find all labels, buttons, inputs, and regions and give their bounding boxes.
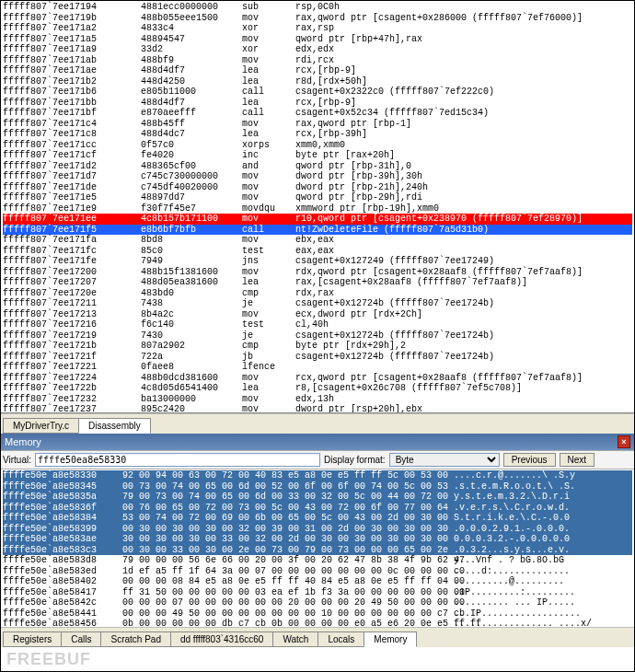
bottom-tab-dd-fffff803-4316cc60[interactable]: dd fffff803`4316cc60 <box>170 631 273 647</box>
mem-ascii: .0.0.0.2.9.1.-.0.0.0. <box>454 524 632 535</box>
disasm-row[interactable]: fffff807`7ee1722b4c8d05d6541400lear8,[cs… <box>3 383 632 394</box>
disasm-row[interactable]: fffff807`7ee172117438jecsagent+0x12724b … <box>3 298 632 309</box>
mnemonic: inc <box>242 150 295 161</box>
mem-address: ffffe50e`a8e583d8 <box>3 555 122 566</box>
close-icon[interactable]: × <box>618 435 630 448</box>
memory-row[interactable]: ffffe50e`a8e5838453 00 74 00 72 00 69 00… <box>3 513 632 524</box>
address: fffff807`7ee171b2 <box>3 76 141 87</box>
operands: csagent+0x2322c0 (fffff807`7ef222c0) <box>295 87 632 98</box>
memory-row[interactable]: ffffe50e`a8e5833092 00 94 00 63 00 72 00… <box>3 470 632 481</box>
memory-row[interactable]: ffffe50e`a8e5840200 00 00 08 84 e5 a8 0e… <box>3 576 632 587</box>
address: fffff807`7ee171a5 <box>3 34 141 45</box>
address: fffff807`7ee17200 <box>3 267 141 278</box>
disasm-row[interactable]: fffff807`7ee171a548894547movqword ptr [r… <box>3 34 632 45</box>
address: fffff807`7ee171cc <box>3 140 141 151</box>
disasm-row[interactable]: fffff807`7ee171f5e8b6bf7bfbcallnt!ZwDele… <box>3 225 632 236</box>
bytes: 488d4df7 <box>141 65 242 76</box>
disasm-row[interactable]: fffff807`7ee171fe7949jnscsagent+0x127249… <box>3 256 632 267</box>
disasm-row[interactable]: fffff807`7ee171e548897dd7movqword ptr [r… <box>3 192 632 203</box>
mem-address: ffffe50e`a8e58441 <box>3 608 122 620</box>
next-button[interactable]: Next <box>560 453 595 467</box>
disasm-row[interactable]: fffff807`7ee171cffe4020incbyte ptr [rax+… <box>3 150 632 161</box>
disasm-row[interactable]: fffff807`7ee171944881ecc0000000subrsp,0C… <box>3 2 632 13</box>
memory-row[interactable]: ffffe50e`a8e58417ff 31 50 00 00 00 00 00… <box>3 587 632 598</box>
disasm-row[interactable]: fffff807`7ee171d2488365cf00andqword ptr … <box>3 161 632 172</box>
memory-row[interactable]: ffffe50e`a8e5835a79 00 73 00 74 00 65 00… <box>3 492 632 503</box>
disasm-row[interactable]: fffff807`7ee171bb488d4df7learcx,[rbp-9] <box>3 98 632 109</box>
tab-mydrivertry-c[interactable]: MyDriverTry.c <box>3 418 79 434</box>
disasm-row[interactable]: fffff807`7ee17232ba13000000movedx,13h <box>3 394 632 405</box>
mnemonic: lea <box>242 277 295 288</box>
previous-button[interactable]: Previous <box>503 453 556 467</box>
memory-row[interactable]: ffffe50e`a8e583d879 00 00 00 56 6e 66 00… <box>3 555 632 566</box>
disasm-row[interactable]: fffff807`7ee172138b4a2cmovecx,dword ptr … <box>3 309 632 320</box>
mem-address: ffffe50e`a8e58417 <box>3 587 122 598</box>
disasm-row[interactable]: fffff807`7ee171dec745df40020000movdword … <box>3 182 632 193</box>
mem-hex: 79 00 00 00 56 6e 66 00 20 00 3f 00 20 6… <box>122 555 454 566</box>
disasm-row[interactable]: fffff807`7ee171c8488d4dc7learcx,[rbp-39h… <box>3 129 632 140</box>
bottom-tab-calls[interactable]: Calls <box>61 631 101 647</box>
disasm-row[interactable]: fffff807`7ee172210faee8lfence <box>3 362 632 373</box>
disasm-row[interactable]: fffff807`7ee171a24833c4xorrax,rsp <box>3 23 632 34</box>
disasm-row[interactable]: fffff807`7ee171ee4c8b157b171100movr10,qw… <box>3 214 632 225</box>
mem-ascii: .1P.........:......... <box>454 587 632 598</box>
disasm-row[interactable]: fffff807`7ee171cc0f57c0xorpsxmm0,xmm0 <box>3 140 632 151</box>
bytes: 488b45ff <box>141 119 242 130</box>
memory-row[interactable]: ffffe50e`a8e583c300 30 00 33 00 30 00 2e… <box>3 545 632 556</box>
disasm-row[interactable]: fffff807`7ee171b6e805b11000callcsagent+0… <box>3 87 632 98</box>
bottom-tab-scratch-pad[interactable]: Scratch Pad <box>100 631 170 647</box>
disasm-row[interactable]: fffff807`7ee17237895c2420movdword ptr [r… <box>3 404 632 413</box>
operands: csagent+0x12724b (fffff807`7ee1724b) <box>295 298 632 309</box>
disasm-row[interactable]: fffff807`7ee1720e483bd0cmprdx,rax <box>3 288 632 299</box>
disasm-row[interactable]: fffff807`7ee17224488b0dcd381600movrcx,qw… <box>3 373 632 384</box>
disasm-row[interactable]: fffff807`7ee17200488b15f1381600movrdx,qw… <box>3 267 632 278</box>
mem-hex: 00 30 00 33 00 30 00 2e 00 73 00 79 00 7… <box>122 545 454 556</box>
disasm-row[interactable]: fffff807`7ee1721f722ajbcsagent+0x12724b … <box>3 352 632 363</box>
memory-row[interactable]: ffffe50e`a8e5836f00 76 00 65 00 72 00 73… <box>3 503 632 514</box>
address: fffff807`7ee171ae <box>3 65 141 76</box>
disasm-row[interactable]: fffff807`7ee17216f6c140testcl,40h <box>3 319 632 330</box>
memory-row[interactable]: ffffe50e`a8e583ed1d ef a5 ff 1f 64 3a 00… <box>3 566 632 577</box>
operands: eax,eax <box>295 246 632 257</box>
tab-disassembly[interactable]: Disassembly <box>78 418 151 434</box>
operands: rcx,[rbp-9] <box>295 65 632 76</box>
virtual-address-input[interactable] <box>35 453 320 467</box>
disasm-row[interactable]: fffff807`7ee171fc85c0testeax,eax <box>3 246 632 257</box>
mem-hex: 00 00 00 49 50 00 00 00 00 00 00 00 10 0… <box>122 608 454 620</box>
address: fffff807`7ee17213 <box>3 309 141 320</box>
display-format-select[interactable]: Byte <box>389 453 500 467</box>
bytes: 483bd0 <box>141 288 242 299</box>
display-format-label: Display format: <box>324 455 386 465</box>
memory-row[interactable]: ffffe50e`a8e583ae30 00 30 00 30 00 33 00… <box>3 534 632 545</box>
disasm-row[interactable]: fffff807`7ee171d7c745c730000000movdword … <box>3 171 632 182</box>
mnemonic: call <box>242 108 295 119</box>
disasm-row[interactable]: fffff807`7ee1719b488b055eee1500movrax,qw… <box>3 13 632 24</box>
disasm-row[interactable]: fffff807`7ee171ab488bf9movrdi,rcx <box>3 55 632 66</box>
disasm-row[interactable]: fffff807`7ee171b2448d4250lear8d,[rdx+50h… <box>3 76 632 87</box>
disasm-row[interactable]: fffff807`7ee171bfe870aeefffcallcsagent+0… <box>3 108 632 119</box>
disassembly-listing[interactable]: fffff807`7ee171944881ecc0000000subrsp,0C… <box>1 1 634 413</box>
mnemonic: mov <box>242 373 295 384</box>
disasm-row[interactable]: fffff807`7ee171a933d2xoredx,edx <box>3 44 632 55</box>
memory-row[interactable]: ffffe50e`a8e5839900 30 00 30 00 30 00 32… <box>3 524 632 535</box>
bottom-tab-registers[interactable]: Registers <box>3 631 62 647</box>
operands: dword ptr [rbp-21h],240h <box>295 182 632 193</box>
memory-row[interactable]: ffffe50e`a8e5842c00 00 00 07 00 00 00 00… <box>3 597 632 608</box>
mem-hex: 53 00 74 00 72 00 69 00 6b 00 65 00 5c 0… <box>122 513 454 524</box>
disasm-row[interactable]: fffff807`7ee171fa8bd8movebx,eax <box>3 235 632 246</box>
disasm-row[interactable]: fffff807`7ee1721b807a2902cmpbyte ptr [rd… <box>3 341 632 352</box>
disasm-row[interactable]: fffff807`7ee171ae488d4df7learcx,[rbp-9] <box>3 65 632 76</box>
memory-hex-view[interactable]: ffffe50e`a8e5833092 00 94 00 63 00 72 00… <box>1 469 634 631</box>
bottom-tab-memory[interactable]: Memory <box>364 631 417 647</box>
address: fffff807`7ee171e5 <box>3 192 141 203</box>
disasm-row[interactable]: fffff807`7ee171e9f30f7f45e7movdquxmmword… <box>3 203 632 214</box>
disasm-row[interactable]: fffff807`7ee17207488d05ea381600learax,[c… <box>3 277 632 288</box>
bottom-tab-watch[interactable]: Watch <box>272 631 318 647</box>
bottom-tab-locals[interactable]: Locals <box>318 631 364 647</box>
disasm-row[interactable]: fffff807`7ee172197430jecsagent+0x12724b … <box>3 330 632 342</box>
disasm-row[interactable]: fffff807`7ee171c4488b45ffmovrax,qword pt… <box>3 119 632 130</box>
memory-row[interactable]: ffffe50e`a8e5844100 00 00 49 50 00 00 00… <box>3 608 632 620</box>
mem-address: ffffe50e`a8e58330 <box>3 470 122 481</box>
mnemonic: movdqu <box>242 203 295 214</box>
memory-row[interactable]: ffffe50e`a8e5834500 73 00 74 00 65 00 6d… <box>3 481 632 492</box>
